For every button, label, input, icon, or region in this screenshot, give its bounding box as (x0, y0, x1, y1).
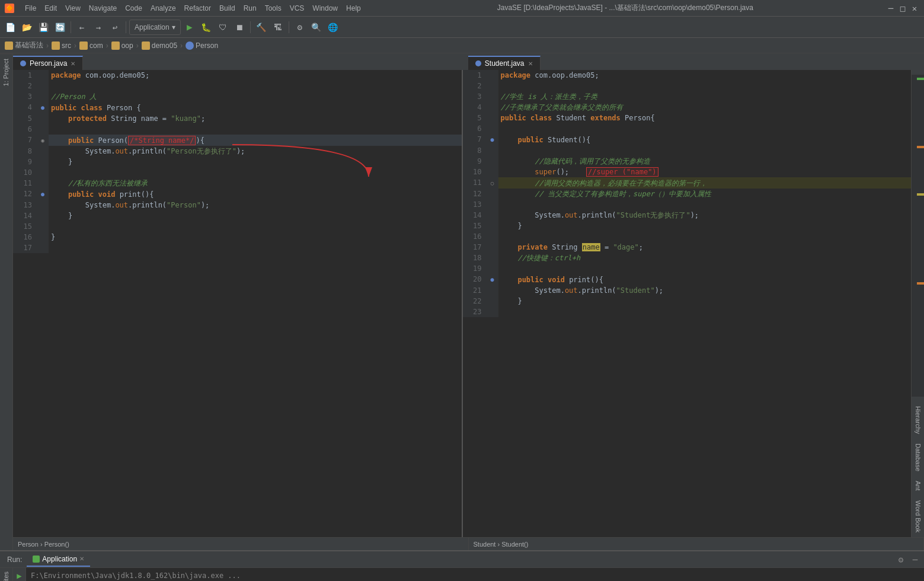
build-button[interactable]: 🔨 (254, 20, 269, 35)
rebuild-button[interactable]: 🏗 (270, 20, 286, 35)
word-book-tab[interactable]: Word Book (912, 496, 924, 537)
menu-window[interactable]: Window (309, 3, 341, 14)
settings-icon[interactable]: ⚙ (894, 553, 907, 566)
right-code-panel[interactable]: 1 package com.oop.demo05; 2 3 //学生 is 人：… (463, 70, 912, 537)
right-sidebar: Hierarchy Database Ant Word Book (911, 70, 924, 537)
breadcrumb-sep-4: › (136, 42, 139, 50)
editor-breadcrumbs: Person › Person() Student › Student() (13, 537, 924, 550)
play-button[interactable]: ▶ (14, 570, 25, 581)
breadcrumb-demo05-label: demo05 (152, 42, 177, 50)
save-button[interactable]: 💾 (36, 20, 51, 35)
forward-button[interactable]: → (91, 20, 106, 35)
menu-file[interactable]: File (21, 3, 40, 14)
sync-button[interactable]: 🔄 (52, 20, 68, 35)
breadcrumb-oop-label: oop (122, 42, 133, 50)
menu-code[interactable]: Code (122, 3, 146, 14)
breadcrumb-root[interactable]: 基础语法 (5, 40, 43, 50)
application-tab-icon (33, 556, 40, 563)
close-button[interactable]: ✕ (910, 4, 919, 13)
database-tab[interactable]: Database (912, 439, 924, 476)
bottom-panel: Run: Application ✕ ⚙ ─ 2: Favorites ▶ ⏹ … (0, 550, 924, 581)
right-code-table: 1 package com.oop.demo05; 2 3 //学生 is 人：… (463, 70, 912, 317)
table-row: 6 (13, 124, 462, 135)
breadcrumb-oop[interactable]: oop (111, 42, 133, 50)
table-row: 21 System.out.println("Student"); (463, 285, 912, 296)
run-button[interactable]: ▶ (182, 20, 197, 35)
toolbar-separator-3 (250, 21, 251, 33)
fold-icon-2[interactable]: ● (41, 191, 44, 197)
menu-tools[interactable]: Tools (261, 3, 285, 14)
menu-run[interactable]: Run (240, 3, 260, 14)
menu-navigate[interactable]: Navigate (85, 3, 120, 14)
titlebar-menus: File Edit View Navigate Code Analyze Ref… (21, 3, 365, 14)
revert-button[interactable]: ↩ (107, 20, 123, 35)
tab-person-label: Person.java (30, 59, 67, 68)
run-output[interactable]: F:\Environment\Java\jdk1.8.0_162\bin\jav… (26, 568, 924, 581)
menu-view[interactable]: View (62, 3, 84, 14)
menu-vcs[interactable]: VCS (286, 3, 308, 14)
table-row: 2 (13, 81, 462, 91)
table-row: 10 super(); //super ("name") (463, 167, 912, 177)
fold-icon[interactable]: ● (41, 104, 44, 111)
titlebar: 🔶 File Edit View Navigate Code Analyze R… (0, 0, 924, 17)
folder-icon-2 (52, 42, 60, 50)
find-button[interactable]: 🔍 (309, 20, 324, 35)
table-row: 16 } (13, 232, 462, 242)
fold-icon-r2[interactable]: ● (490, 276, 494, 283)
menu-help[interactable]: Help (343, 3, 365, 14)
breadcrumb-com[interactable]: com (79, 42, 103, 50)
toolbar: 📄 📂 💾 🔄 ← → ↩ Application ▾ ▶ 🐛 🛡 ⏹ 🔨 🏗 … (0, 17, 924, 38)
debug-button[interactable]: 🐛 (199, 20, 214, 35)
table-row: 7 ● public Student(){ (463, 134, 912, 145)
run-label: Run: (2, 556, 27, 564)
table-row: 2 (463, 81, 912, 91)
translate-button[interactable]: 🌐 (325, 20, 341, 35)
editor-area: Person.java ✕ Student.java ✕ 1 package (13, 53, 924, 550)
folder-icon-5 (142, 42, 150, 50)
stop-button[interactable]: ⏹ (232, 20, 247, 35)
sidebar-item-project[interactable]: 1: Project (0, 53, 12, 91)
table-row: 5 protected String name = "kuang"; (13, 113, 462, 124)
table-row: 5 public class Student extends Person{ (463, 113, 912, 123)
bottom-tab-close[interactable]: ✕ (79, 556, 84, 562)
maximize-button[interactable]: □ (898, 4, 907, 13)
breadcrumb-sep: › (46, 42, 49, 50)
window-title: JavaSE [D:\IdeaProjects\JavaSE] - ...\基础… (497, 3, 753, 13)
tab-person-close[interactable]: ✕ (71, 60, 75, 67)
menu-build[interactable]: Build (216, 3, 239, 14)
run-controls: ▶ ⏹ ↑ ↓ (13, 568, 26, 581)
table-row: 15 } (463, 221, 912, 231)
table-row: 6 (463, 123, 912, 134)
tab-student-close[interactable]: ✕ (528, 60, 533, 67)
tab-student-java[interactable]: Student.java ✕ (468, 56, 541, 70)
breadcrumb-person[interactable]: Person (186, 42, 218, 50)
bottom-tab-application[interactable]: Application ✕ (27, 553, 90, 567)
minimize-panel-icon[interactable]: ─ (909, 553, 922, 566)
run-configuration[interactable]: Application ▾ (129, 20, 181, 35)
left-code-panel[interactable]: 1 package com.oop.demo05; 2 3 //Person 人 (13, 70, 463, 537)
ant-tab[interactable]: Ant (912, 476, 924, 496)
menu-edit[interactable]: Edit (41, 3, 60, 14)
titlebar-left: 🔶 File Edit View Navigate Code Analyze R… (5, 3, 365, 14)
breadcrumb-src[interactable]: src (52, 42, 71, 50)
hierarchy-tab[interactable]: Hierarchy (912, 401, 924, 439)
minimize-button[interactable]: ─ (886, 4, 896, 13)
table-row: 17 (13, 242, 462, 253)
new-file-button[interactable]: 📄 (2, 20, 18, 35)
main-layout: 1: Project Person.java ✕ Student.java ✕ (0, 53, 924, 550)
class-icon (186, 42, 194, 50)
tab-person-java[interactable]: Person.java ✕ (13, 56, 83, 70)
settings-button[interactable]: ⚙ (292, 20, 308, 35)
menu-analyze[interactable]: Analyze (147, 3, 180, 14)
fold-circle[interactable]: ○ (491, 180, 494, 186)
run-with-coverage-button[interactable]: 🛡 (215, 20, 231, 35)
breadcrumb-demo05[interactable]: demo05 (142, 42, 177, 50)
fold-icon-r[interactable]: ● (490, 136, 494, 143)
menu-refactor[interactable]: Refactor (181, 3, 215, 14)
open-file-button[interactable]: 📂 (19, 20, 34, 35)
breakpoint-icon[interactable]: ◉ (41, 138, 44, 143)
favorites-tab[interactable]: 2: Favorites (0, 568, 12, 581)
table-row: 8 System.out.println("Person无参执行了"); (13, 146, 462, 157)
back-button[interactable]: ← (74, 20, 89, 35)
bottom-left-tabs: 2: Favorites (0, 568, 13, 581)
